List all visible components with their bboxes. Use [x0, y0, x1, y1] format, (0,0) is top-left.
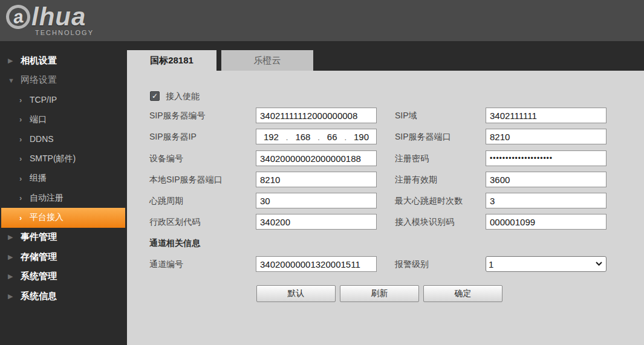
- chevron-right-icon: ›: [19, 135, 25, 144]
- collapsed-arrow-icon: ▶: [8, 253, 15, 261]
- collapsed-arrow-icon: ▶: [8, 233, 15, 241]
- tab-gb28181[interactable]: 国标28181: [127, 50, 216, 71]
- sip-server-port-input[interactable]: [486, 129, 607, 144]
- chevron-right-icon: ›: [19, 95, 25, 105]
- sip-server-ip-label: SIP服务器IP: [149, 129, 197, 144]
- main-panel: 国标28181 乐橙云 ✓ 接入使能 SIP服务器编号 SIP域 SIP服务器I…: [127, 41, 644, 345]
- collapsed-arrow-icon: ▶: [8, 57, 15, 65]
- max-heartbeat-timeout-input[interactable]: [486, 193, 607, 208]
- sidebar-item-multicast[interactable]: › 组播: [0, 169, 127, 189]
- sidebar-item-ddns[interactable]: › DDNS: [0, 129, 127, 149]
- alarm-level-select[interactable]: 1: [486, 256, 607, 272]
- register-valid-period-label: 注册有效期: [395, 172, 437, 187]
- ip-octet-3[interactable]: 66: [327, 132, 337, 142]
- sip-domain-label: SIP域: [395, 108, 417, 123]
- sidebar-item-system-management[interactable]: ▶ 系统管理: [0, 267, 127, 287]
- sip-server-id-input[interactable]: [256, 108, 377, 123]
- access-module-id-input[interactable]: [486, 214, 607, 230]
- collapsed-arrow-icon: ▶: [8, 292, 15, 300]
- confirm-button[interactable]: 确定: [423, 285, 503, 302]
- chevron-right-icon: ›: [19, 154, 25, 163]
- device-id-label: 设备编号: [149, 150, 183, 166]
- access-enable-label: 接入使能: [166, 91, 200, 101]
- heartbeat-period-label: 心跳周期: [149, 193, 183, 208]
- ip-octet-4[interactable]: 190: [354, 132, 369, 142]
- alarm-level-label: 报警级别: [395, 256, 429, 272]
- logo-text: lhua: [31, 2, 86, 31]
- collapsed-arrow-icon: ▶: [8, 272, 15, 280]
- sidebar-item-camera-settings[interactable]: ▶ 相机设置: [0, 51, 127, 71]
- camera-web-ui: a lhua TECHNOLOGY ▶ 相机设置 ▼ 网络设置 › TCP/IP…: [0, 0, 644, 345]
- channel-id-input[interactable]: [256, 256, 377, 272]
- alarm-level-select-wrap: 1: [486, 256, 607, 272]
- logo-subtext: TECHNOLOGY: [35, 29, 94, 36]
- chevron-right-icon: ›: [19, 115, 25, 124]
- max-heartbeat-timeout-label: 最大心跳超时次数: [395, 193, 463, 208]
- tab-lechengyun[interactable]: 乐橙云: [221, 50, 313, 71]
- admin-division-code-input[interactable]: [256, 214, 377, 230]
- local-sip-port-input[interactable]: [256, 172, 377, 187]
- admin-division-code-label: 行政区划代码: [149, 214, 200, 230]
- sip-server-port-label: SIP服务器端口: [395, 129, 451, 144]
- sidebar-item-system-info[interactable]: ▶ 系统信息: [0, 286, 127, 306]
- access-module-id-label: 接入模块识别码: [395, 214, 454, 230]
- dahua-logo: a lhua TECHNOLOGY: [6, 2, 94, 36]
- register-password-label: 注册密码: [395, 150, 429, 166]
- device-id-input[interactable]: [256, 150, 377, 166]
- local-sip-port-label: 本地SIP服务器端口: [149, 172, 223, 187]
- register-password-input[interactable]: [486, 150, 607, 166]
- sip-domain-input[interactable]: [486, 108, 607, 123]
- logo-a-ring-icon: a: [4, 3, 31, 30]
- refresh-button[interactable]: 刷新: [340, 285, 419, 302]
- sidebar-item-smtp[interactable]: › SMTP(邮件): [0, 149, 127, 169]
- top-header: a lhua TECHNOLOGY: [0, 0, 644, 41]
- channel-info-section-header: 通道相关信息: [149, 238, 200, 249]
- ip-octet-1[interactable]: 192: [264, 132, 279, 142]
- sip-server-id-label: SIP服务器编号: [149, 108, 206, 123]
- settings-form: ✓ 接入使能 SIP服务器编号 SIP域 SIP服务器IP 192 . 168 …: [127, 71, 644, 345]
- ip-octet-2[interactable]: 168: [295, 132, 310, 142]
- default-button[interactable]: 默认: [256, 285, 336, 302]
- sidebar-item-platform-access[interactable]: › 平台接入: [1, 208, 125, 228]
- expanded-arrow-icon: ▼: [8, 77, 15, 84]
- access-enable-checkbox[interactable]: ✓: [150, 91, 160, 101]
- channel-id-label: 通道编号: [149, 256, 183, 272]
- sidebar-item-event-management[interactable]: ▶ 事件管理: [0, 228, 127, 248]
- sip-server-ip-input[interactable]: 192 . 168 . 66 . 190: [256, 129, 377, 144]
- sidebar-item-storage-management[interactable]: ▶ 存储管理: [0, 247, 127, 267]
- sidebar-item-tcpip[interactable]: › TCP/IP: [0, 90, 127, 110]
- heartbeat-period-input[interactable]: [256, 193, 377, 208]
- chevron-right-icon: ›: [19, 193, 25, 202]
- chevron-right-icon: ›: [19, 213, 25, 222]
- sidebar-nav: ▶ 相机设置 ▼ 网络设置 › TCP/IP › 端口 › DDNS › SMT…: [0, 41, 127, 345]
- register-valid-period-input[interactable]: [486, 172, 607, 187]
- chevron-right-icon: ›: [19, 174, 25, 183]
- sidebar-item-network-settings[interactable]: ▼ 网络设置: [0, 71, 127, 91]
- sidebar-item-port[interactable]: › 端口: [0, 110, 127, 130]
- sidebar-item-auto-register[interactable]: › 自动注册: [0, 189, 127, 208]
- tab-bar: 国标28181 乐橙云: [127, 41, 644, 71]
